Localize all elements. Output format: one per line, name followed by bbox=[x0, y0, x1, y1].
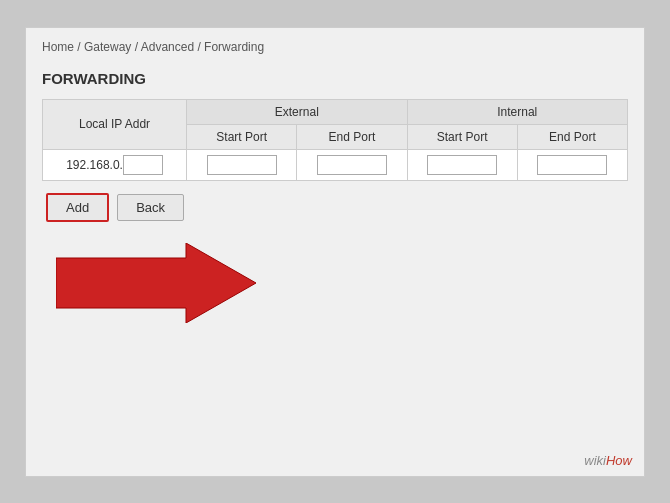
wiki-text: wiki bbox=[584, 453, 606, 468]
wikihow-watermark: wikiHow bbox=[584, 453, 632, 468]
buttons-row: Add Back bbox=[42, 193, 628, 222]
external-header: External bbox=[187, 99, 407, 124]
int-start-port-cell bbox=[407, 149, 517, 180]
int-end-port-header: End Port bbox=[517, 124, 627, 149]
local-ip-header: Local IP Addr bbox=[43, 99, 187, 149]
svg-marker-0 bbox=[56, 243, 256, 323]
int-end-port-cell bbox=[517, 149, 627, 180]
ip-suffix-input[interactable] bbox=[123, 155, 163, 175]
ext-start-port-header: Start Port bbox=[187, 124, 297, 149]
ext-start-port-input[interactable] bbox=[207, 155, 277, 175]
ext-end-port-header: End Port bbox=[297, 124, 407, 149]
ext-start-port-cell bbox=[187, 149, 297, 180]
back-button[interactable]: Back bbox=[117, 194, 184, 221]
int-start-port-header: Start Port bbox=[407, 124, 517, 149]
arrow-decoration bbox=[56, 243, 256, 326]
ext-end-port-input[interactable] bbox=[317, 155, 387, 175]
table-row: 192.168.0. bbox=[43, 149, 628, 180]
how-text: How bbox=[606, 453, 632, 468]
int-start-port-input[interactable] bbox=[427, 155, 497, 175]
forwarding-table: Local IP Addr External Internal Start Po… bbox=[42, 99, 628, 181]
int-end-port-input[interactable] bbox=[537, 155, 607, 175]
breadcrumb: Home / Gateway / Advanced / Forwarding bbox=[42, 40, 628, 54]
ext-end-port-cell bbox=[297, 149, 407, 180]
internal-header: Internal bbox=[407, 99, 627, 124]
ip-cell: 192.168.0. bbox=[43, 149, 187, 180]
page-title: FORWARDING bbox=[42, 70, 628, 87]
ip-prefix-label: 192.168.0. bbox=[66, 158, 123, 172]
page-container: Home / Gateway / Advanced / Forwarding F… bbox=[25, 27, 645, 477]
add-button[interactable]: Add bbox=[46, 193, 109, 222]
